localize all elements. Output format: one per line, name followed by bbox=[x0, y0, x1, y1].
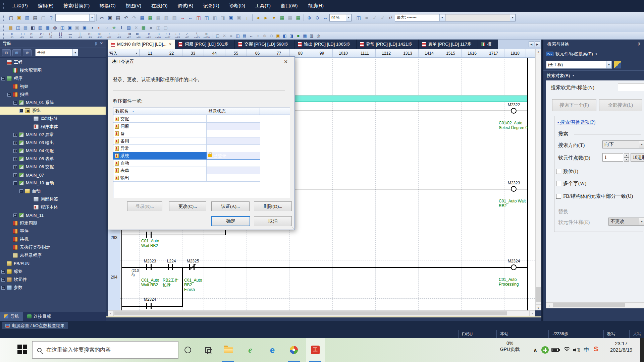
authenticate-button[interactable]: 认证(A)... bbox=[211, 201, 250, 211]
task-view-button[interactable] bbox=[199, 338, 217, 362]
panel-scroll-thumb[interactable] bbox=[553, 303, 625, 307]
coil-m2322[interactable] bbox=[511, 108, 517, 114]
watch-icon[interactable]: ◧ bbox=[211, 14, 219, 22]
taskbar-search-input[interactable]: 在这里输入你要搜索的内容 bbox=[32, 341, 178, 359]
tool-icon[interactable]: ※ bbox=[110, 24, 118, 32]
vertical-scrollbar[interactable] bbox=[535, 49, 541, 310]
insert-special-icon[interactable]: ▥ bbox=[170, 14, 178, 22]
save-project-icon[interactable]: ▥ bbox=[23, 14, 31, 22]
find-icon[interactable]: ◎ bbox=[51, 24, 59, 32]
delete-row-icon[interactable]: ✕ bbox=[221, 33, 228, 39]
io-check-icon[interactable]: ▨ bbox=[125, 24, 132, 32]
close-icon[interactable]: ✕ bbox=[100, 41, 103, 46]
horizontal-scroll-thumb[interactable] bbox=[114, 311, 507, 315]
print-icon[interactable]: ▤ bbox=[31, 14, 39, 22]
delete-button[interactable]: 删除(D)... bbox=[254, 201, 292, 211]
combo-arrow-icon[interactable]: ▼ bbox=[639, 141, 644, 148]
combo-arrow-icon[interactable]: ▼ bbox=[639, 218, 644, 225]
zoom-out-icon[interactable]: ⊖ bbox=[313, 14, 321, 22]
device-batch2-icon[interactable]: ▣ bbox=[73, 24, 81, 32]
tree-expander[interactable]: − bbox=[13, 101, 17, 105]
register-button[interactable]: 登录(R)... bbox=[127, 201, 162, 211]
menu-project[interactable]: 工程(P) bbox=[7, 0, 33, 12]
spin-down-icon[interactable]: ▼ bbox=[624, 158, 629, 162]
sogou-tray-icon[interactable]: S bbox=[594, 345, 598, 353]
open-project-icon[interactable]: ▣ bbox=[15, 14, 23, 22]
menu-find-replace[interactable]: 搜索/替换(F) bbox=[58, 0, 95, 12]
ladder-block-icon[interactable]: ▦ bbox=[278, 14, 286, 22]
menu-tools[interactable]: 工具(T) bbox=[250, 0, 276, 12]
collapse-all-icon[interactable]: ⊟ bbox=[2, 49, 11, 56]
list-view2-icon[interactable]: ▦ bbox=[44, 24, 51, 32]
parallel-closed-icon[interactable]: ⊣∕⊣ sF6 bbox=[36, 33, 46, 39]
tree-item[interactable]: 事件 bbox=[0, 227, 106, 235]
ok-button[interactable]: 确定 bbox=[211, 216, 250, 226]
toolbar-grip[interactable] bbox=[3, 33, 5, 39]
find-device-combo[interactable]: ▼ bbox=[618, 83, 644, 91]
device-monitor-icon[interactable]: ▦ bbox=[146, 14, 154, 22]
edit-mode-icon[interactable]: ▢ bbox=[214, 33, 221, 39]
program-check-icon[interactable]: ▦ bbox=[140, 24, 147, 32]
search-target-selector[interactable]: 搜索对象(B) ▼ bbox=[543, 70, 644, 80]
new-project-icon[interactable]: ▢ bbox=[7, 14, 15, 22]
paste-special-icon[interactable]: ▥ bbox=[162, 14, 170, 22]
combo-arrow-icon[interactable]: ▼ bbox=[510, 14, 515, 21]
digit-checkbox[interactable]: 数位(I) bbox=[556, 168, 578, 175]
tree-item[interactable]: FB/FUN bbox=[0, 259, 106, 267]
rising-pulse-icon[interactable]: ⊣↑⊢ cF9 bbox=[85, 33, 95, 39]
tree-expander[interactable]: + bbox=[1, 286, 5, 290]
contact-m2325-nc[interactable] bbox=[189, 264, 195, 270]
combo-arrow-icon[interactable]: ▼ bbox=[606, 61, 611, 68]
zoom-in2-icon[interactable]: ⊕ bbox=[261, 33, 268, 39]
table-row[interactable]: 备用 bbox=[113, 137, 290, 145]
tree-expander[interactable]: − bbox=[13, 181, 17, 185]
project-search-combo[interactable]: ▼ bbox=[55, 14, 95, 21]
search-mode-selector[interactable]: Dev 软元件/标签搜索(E) ▼ bbox=[543, 49, 644, 59]
clock[interactable]: 23:172021/8/19 bbox=[604, 341, 639, 353]
contact-l224[interactable] bbox=[168, 264, 173, 270]
target-icon[interactable]: ◎ bbox=[315, 33, 322, 39]
pulse-open2-icon[interactable]: ↑⊣ saF7 bbox=[163, 33, 172, 39]
device-batch3-icon[interactable]: ▣ bbox=[81, 24, 88, 32]
zoom-fit-icon[interactable]: ↔ bbox=[321, 14, 329, 22]
zoom-out2-icon[interactable]: ⊖ bbox=[268, 33, 275, 39]
scroll-left-icon[interactable]: ‹ bbox=[108, 310, 114, 316]
device-comment-icon[interactable]: ▦ bbox=[138, 14, 146, 22]
scope-settings-icon[interactable] bbox=[614, 61, 621, 68]
points-unit-combo[interactable]: 10进制 bbox=[631, 153, 644, 162]
ladder-block3-icon[interactable]: ▦ bbox=[294, 14, 302, 22]
falling-pulse-icon[interactable]: ⊣↓⊢ cF10 bbox=[95, 33, 104, 39]
device-find2-icon[interactable]: ▣ bbox=[235, 14, 243, 22]
monitor-plc-icon[interactable]: ◫ bbox=[203, 14, 211, 22]
tree-item[interactable]: + MAIN_02 异常 bbox=[0, 131, 106, 139]
expand-all-icon[interactable]: ⊞ bbox=[12, 49, 21, 56]
coil-m2323[interactable] bbox=[511, 186, 517, 192]
target-selection-combo[interactable]: ▼ bbox=[445, 14, 516, 21]
volume-icon[interactable]: ))) bbox=[573, 347, 580, 353]
redo-icon[interactable]: ↷ bbox=[130, 14, 138, 22]
table-row[interactable]: 异常 bbox=[113, 145, 290, 152]
run-block-icon[interactable]: ■ bbox=[295, 33, 302, 39]
tree-expander[interactable]: + bbox=[13, 157, 17, 161]
tree-item[interactable]: − 扫描 bbox=[0, 90, 106, 99]
device-test-icon[interactable]: ▦ bbox=[154, 14, 162, 22]
pin-icon[interactable]: 卩 bbox=[636, 42, 640, 47]
prev-window-icon[interactable]: ◄ bbox=[254, 14, 262, 22]
invert2-icon[interactable]: ∖ caF5 bbox=[192, 33, 202, 39]
table-row[interactable]: 系统 已登录 bbox=[113, 152, 290, 160]
toolbar-grip[interactable] bbox=[3, 3, 5, 9]
comment-combo[interactable]: 不更改 ▼ bbox=[608, 218, 644, 226]
tab-auto-program[interactable]: MC:N0 自动 [PRG] [LD]... × bbox=[108, 40, 175, 49]
tree-expander[interactable]: + bbox=[13, 141, 17, 145]
tab-form-program[interactable]: 表单 [PRG] [LD] 117步 bbox=[419, 40, 478, 49]
tree-item[interactable]: 局部标签 bbox=[0, 115, 106, 123]
vline-icon[interactable]: | sF9 bbox=[75, 33, 85, 39]
closed-contact-icon[interactable]: ⊣∕⊢ F6 bbox=[26, 33, 36, 39]
print-preview-icon[interactable]: ▢ bbox=[39, 14, 47, 22]
tree-item[interactable]: + MAIN_05 表单 bbox=[0, 155, 106, 163]
read-from-plc-icon[interactable]: ← bbox=[186, 14, 195, 22]
tree-item[interactable]: 无执行类型指定 bbox=[0, 243, 106, 251]
tree-item[interactable]: + 标签 bbox=[0, 267, 106, 276]
ime-indicator[interactable]: 中 bbox=[584, 346, 589, 354]
ladder-block2-icon[interactable]: ▦ bbox=[286, 14, 294, 22]
